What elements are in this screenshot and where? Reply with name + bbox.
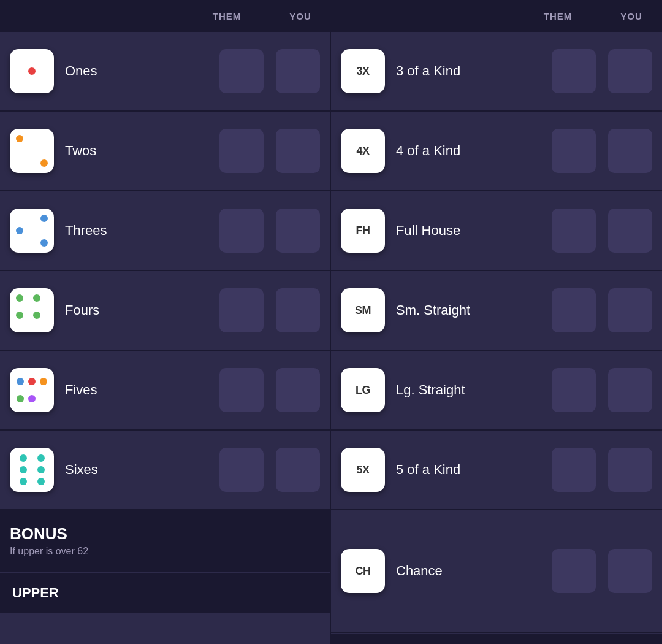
- fours-dot-2: [33, 294, 40, 302]
- fives-dot-4: [17, 395, 24, 402]
- fours-them-box[interactable]: [219, 288, 264, 332]
- bonus-label: BONUS: [10, 524, 88, 543]
- ones-row[interactable]: Ones: [0, 32, 330, 112]
- sixes-label: Sixes: [65, 462, 219, 478]
- fives-row[interactable]: Fives: [0, 351, 330, 431]
- three-kind-you-box[interactable]: [608, 49, 652, 93]
- fours-score-boxes: [219, 288, 320, 332]
- three-kind-label: 3 of a Kind: [396, 63, 552, 79]
- sm-straight-them-box[interactable]: [552, 288, 596, 332]
- fives-you-box[interactable]: [276, 368, 320, 412]
- chance-them-box[interactable]: [552, 549, 596, 593]
- sixes-die-icon: [10, 448, 54, 492]
- twos-score-boxes: [219, 129, 320, 173]
- sixes-dot-1: [20, 454, 27, 462]
- threes-die-icon: [10, 209, 54, 253]
- twos-row[interactable]: Twos: [0, 112, 330, 191]
- lg-straight-score-boxes: [552, 368, 652, 412]
- twos-die-icon: [10, 129, 54, 173]
- lg-straight-you-box[interactable]: [608, 368, 652, 412]
- four-kind-badge: 4X: [341, 129, 385, 173]
- sm-straight-label: Sm. Straight: [396, 302, 552, 318]
- full-house-score-boxes: [552, 209, 652, 253]
- chance-score-boxes: [552, 549, 652, 593]
- header: THEM YOU THEM YOU: [0, 0, 662, 32]
- sixes-score-boxes: [219, 448, 320, 492]
- threes-you-box[interactable]: [276, 209, 320, 253]
- sixes-dot-5: [20, 478, 27, 485]
- threes-label: Threes: [65, 223, 219, 239]
- header-left-them: THEM: [208, 11, 245, 21]
- fives-score-boxes: [219, 368, 320, 412]
- three-kind-badge: 3X: [341, 49, 385, 93]
- ones-label: Ones: [65, 63, 219, 79]
- chance-row[interactable]: CH Chance: [331, 510, 662, 633]
- bonus-text: BONUS If upper is over 62: [10, 524, 88, 557]
- twos-label: Twos: [65, 143, 219, 159]
- lg-straight-them-box[interactable]: [552, 368, 596, 412]
- lg-straight-label: Lg. Straight: [396, 382, 552, 398]
- twos-you-box[interactable]: [276, 129, 320, 173]
- ones-them-box[interactable]: [219, 49, 264, 93]
- sixes-dot-4: [37, 466, 45, 473]
- lg-straight-badge: LG: [341, 368, 385, 412]
- sm-straight-score-boxes: [552, 288, 652, 332]
- three-kind-score-boxes: [552, 49, 652, 93]
- twos-them-box[interactable]: [219, 129, 264, 173]
- three-kind-them-box[interactable]: [552, 49, 596, 93]
- sixes-row[interactable]: Sixes: [0, 431, 330, 510]
- chance-badge: CH: [341, 549, 385, 593]
- sixes-dot-6: [37, 478, 45, 485]
- fives-them-box[interactable]: [219, 368, 264, 412]
- threes-dot-2: [16, 227, 23, 234]
- threes-dot-1: [40, 215, 48, 222]
- header-left: THEM YOU: [0, 11, 331, 21]
- lg-straight-row[interactable]: LG Lg. Straight: [331, 351, 662, 431]
- header-right: THEM YOU: [331, 11, 662, 21]
- upper-footer: UPPER: [0, 572, 330, 613]
- three-kind-row[interactable]: 3X 3 of a Kind: [331, 32, 662, 112]
- sixes-them-box[interactable]: [219, 448, 264, 492]
- four-kind-you-box[interactable]: [608, 129, 652, 173]
- chance-label: Chance: [396, 563, 552, 579]
- app-container: THEM YOU THEM YOU Ones: [0, 0, 662, 644]
- four-kind-score-boxes: [552, 129, 652, 173]
- fives-dot-5: [28, 395, 36, 402]
- full-house-row[interactable]: FH Full House: [331, 191, 662, 271]
- sixes-dot-2: [37, 454, 45, 462]
- sm-straight-badge: SM: [341, 288, 385, 332]
- upper-footer-label: UPPER: [12, 585, 59, 601]
- fours-dot-3: [16, 312, 23, 319]
- header-right-them: THEM: [539, 11, 576, 21]
- fives-dot-2: [28, 378, 36, 385]
- fours-dot-4: [33, 312, 40, 319]
- four-kind-row[interactable]: 4X 4 of a Kind: [331, 112, 662, 191]
- sixes-you-box[interactable]: [276, 448, 320, 492]
- fours-die-icon: [10, 288, 54, 332]
- ones-dot: [28, 67, 36, 75]
- full-house-label: Full House: [396, 223, 552, 239]
- header-right-cols: THEM YOU: [539, 11, 650, 21]
- threes-them-box[interactable]: [219, 209, 264, 253]
- sm-straight-row[interactable]: SM Sm. Straight: [331, 271, 662, 351]
- threes-dot-3: [40, 239, 48, 247]
- ones-you-box[interactable]: [276, 49, 320, 93]
- full-house-you-box[interactable]: [608, 209, 652, 253]
- threes-row[interactable]: Threes: [0, 191, 330, 271]
- lower-section: 3X 3 of a Kind 4X 4 of a Kind FH Ful: [331, 32, 662, 644]
- chance-you-box[interactable]: [608, 549, 652, 593]
- fours-row[interactable]: Fours: [0, 271, 330, 351]
- ones-score-boxes: [219, 49, 320, 93]
- four-kind-them-box[interactable]: [552, 129, 596, 173]
- threes-score-boxes: [219, 209, 320, 253]
- five-kind-you-box[interactable]: [608, 448, 652, 492]
- ones-die-icon: [10, 49, 54, 93]
- four-kind-label: 4 of a Kind: [396, 143, 552, 159]
- main-content: Ones Twos: [0, 32, 662, 644]
- fours-dot-1: [16, 294, 23, 302]
- full-house-them-box[interactable]: [552, 209, 596, 253]
- sm-straight-you-box[interactable]: [608, 288, 652, 332]
- fours-you-box[interactable]: [276, 288, 320, 332]
- five-kind-row[interactable]: 5X 5 of a Kind: [331, 431, 662, 510]
- five-kind-them-box[interactable]: [552, 448, 596, 492]
